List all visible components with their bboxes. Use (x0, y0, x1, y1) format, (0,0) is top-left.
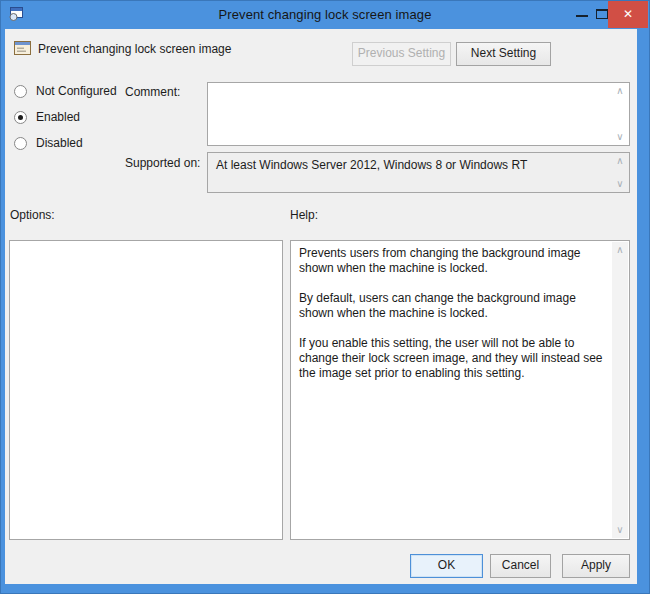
comment-label: Comment: (125, 85, 180, 99)
scroll-up-icon[interactable]: ∧ (613, 156, 627, 166)
comment-input[interactable] (208, 83, 629, 145)
policy-setting-icon (14, 41, 31, 55)
close-icon[interactable]: ✕ (608, 1, 648, 28)
help-paragraph: By default, users can change the backgro… (299, 291, 606, 321)
radio-button-icon (14, 85, 27, 98)
window-title: Prevent changing lock screen image (0, 7, 650, 22)
cancel-button[interactable]: Cancel (490, 554, 551, 578)
comment-box: ∧ ∨ (207, 82, 630, 146)
scroll-up-icon[interactable]: ∧ (613, 245, 627, 255)
scroll-down-icon[interactable]: ∨ (613, 132, 627, 142)
radio-not-configured[interactable]: Not Configured (14, 84, 117, 98)
radio-enabled[interactable]: Enabled (14, 110, 80, 124)
scroll-down-icon[interactable]: ∨ (613, 525, 627, 535)
radio-button-icon (14, 137, 27, 150)
setting-title: Prevent changing lock screen image (38, 42, 231, 56)
radio-label: Not Configured (36, 84, 117, 98)
scroll-down-icon[interactable]: ∨ (613, 179, 627, 189)
radio-button-icon (14, 111, 27, 124)
help-paragraph: If you enable this setting, the user wil… (299, 336, 606, 381)
scroll-up-icon[interactable]: ∧ (613, 86, 627, 96)
radio-label: Enabled (36, 110, 80, 124)
supported-on-value: At least Windows Server 2012, Windows 8 … (216, 158, 609, 172)
apply-button[interactable]: Apply (562, 554, 630, 578)
options-panel (9, 240, 283, 540)
policy-setting-window: Prevent changing lock screen image ✕ Pre… (0, 0, 650, 594)
minimize-icon[interactable] (576, 15, 588, 17)
next-setting-button[interactable]: Next Setting (456, 42, 551, 66)
supported-on-box: At least Windows Server 2012, Windows 8 … (207, 152, 630, 193)
ok-button[interactable]: OK (410, 554, 483, 578)
dialog-body: Prevent changing lock screen image Previ… (5, 29, 637, 584)
supported-on-label: Supported on: (125, 156, 200, 170)
help-scrollbar[interactable]: ∧ ∨ (612, 242, 628, 538)
radio-disabled[interactable]: Disabled (14, 136, 83, 150)
radio-label: Disabled (36, 136, 83, 150)
help-text: Prevents users from changing the backgro… (291, 241, 612, 539)
titlebar[interactable]: Prevent changing lock screen image ✕ (0, 0, 650, 29)
help-paragraph: Prevents users from changing the backgro… (299, 246, 606, 276)
options-label: Options: (10, 208, 55, 222)
previous-setting-button[interactable]: Previous Setting (352, 42, 451, 66)
help-label: Help: (290, 208, 318, 222)
maximize-icon[interactable] (596, 9, 608, 19)
help-panel: Prevents users from changing the backgro… (290, 240, 630, 540)
